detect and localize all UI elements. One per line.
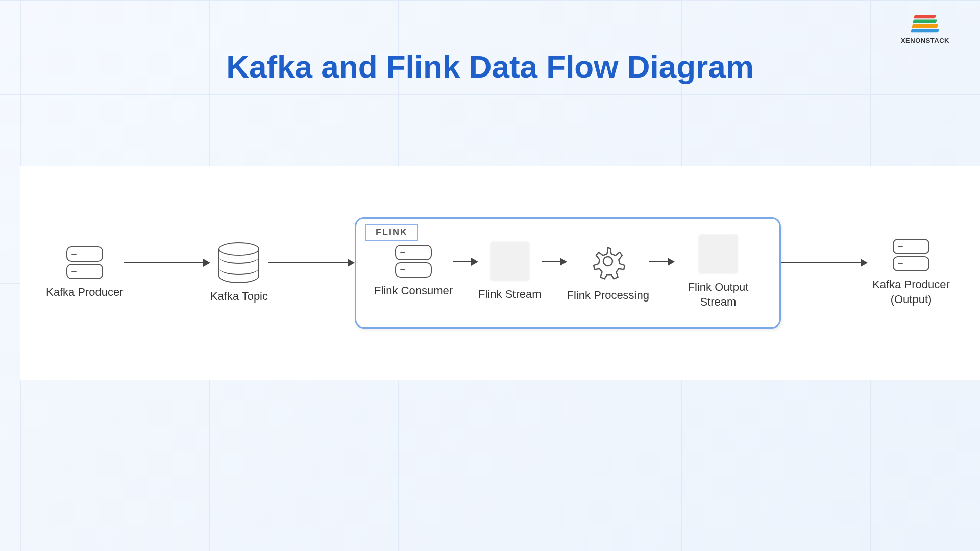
node-flink-output-stream: Flink Output Stream — [675, 234, 762, 309]
brand-stack-icon — [901, 15, 949, 34]
flow-arrow — [649, 258, 675, 286]
node-flink-processing: Flink Processing — [567, 240, 649, 303]
flow-arrow — [781, 259, 868, 287]
flow-arrow — [453, 258, 478, 286]
node-kafka-producer-output: Kafka Producer (Output) — [868, 239, 954, 307]
page-title: Kafka and Flink Data Flow Diagram — [0, 48, 980, 85]
flink-group-label: FLINK — [365, 224, 418, 241]
node-label: Flink Consumer — [374, 284, 453, 298]
node-label: Flink Processing — [567, 288, 649, 303]
server-stack-icon — [66, 246, 103, 279]
server-stack-icon — [395, 245, 432, 278]
svg-point-0 — [603, 257, 612, 266]
stream-placeholder-icon — [698, 234, 738, 274]
gear-icon — [587, 240, 629, 282]
server-stack-icon — [893, 239, 929, 271]
node-label: Flink Stream — [478, 287, 541, 302]
diagram-panel: Kafka Producer Kafka Topic FLINK Flink C… — [20, 166, 980, 380]
node-label: Flink Output Stream — [675, 280, 762, 309]
flink-group: FLINK Flink Consumer Flink Stream — [355, 217, 781, 329]
brand-logo: XENONSTACK — [901, 15, 949, 44]
flow-arrow — [542, 258, 567, 286]
stream-placeholder-icon — [490, 241, 530, 281]
node-flink-consumer: Flink Consumer — [374, 245, 453, 298]
node-label: Kafka Producer (Output) — [868, 278, 954, 307]
data-flow: Kafka Producer Kafka Topic FLINK Flink C… — [46, 217, 954, 329]
node-label: Kafka Producer — [46, 285, 124, 300]
node-kafka-topic: Kafka Topic — [210, 242, 268, 304]
node-label: Kafka Topic — [210, 289, 268, 304]
flow-arrow — [124, 259, 210, 287]
database-icon — [218, 242, 259, 283]
flow-arrow — [268, 259, 355, 287]
brand-name: XENONSTACK — [901, 37, 949, 44]
node-flink-stream: Flink Stream — [478, 241, 541, 302]
node-kafka-producer: Kafka Producer — [46, 246, 124, 300]
